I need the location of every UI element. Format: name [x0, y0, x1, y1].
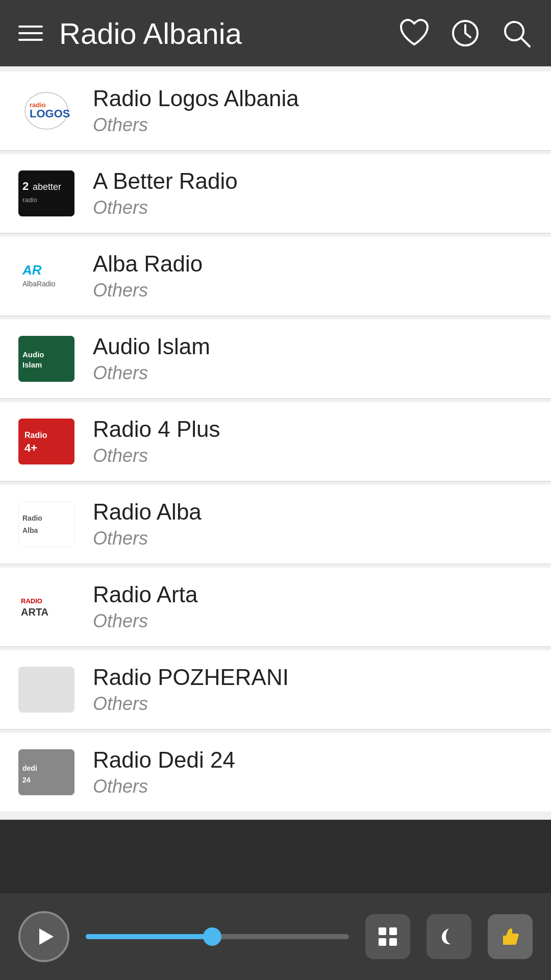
- station-name: Radio POZHERANI: [93, 665, 289, 690]
- svg-text:AR: AR: [22, 262, 42, 278]
- station-name: Audio Islam: [93, 334, 210, 359]
- station-logo: dedi 24: [18, 749, 74, 795]
- station-category: Others: [93, 280, 203, 301]
- svg-text:Radio: Radio: [24, 431, 47, 439]
- svg-rect-7: [18, 170, 74, 216]
- list-item[interactable]: Radio POZHERANI Others: [0, 650, 551, 730]
- progress-bar[interactable]: [86, 934, 349, 939]
- station-logo: AR AlbaRadio: [18, 253, 74, 299]
- svg-text:LOGOS: LOGOS: [30, 107, 70, 120]
- progress-fill: [86, 934, 212, 939]
- like-button[interactable]: [488, 914, 533, 959]
- svg-text:Radio: Radio: [22, 514, 42, 522]
- station-logo: radio LOGOS: [18, 88, 74, 134]
- station-name: Radio Logos Albania: [93, 86, 299, 111]
- station-name: A Better Radio: [93, 168, 238, 194]
- station-logo: RADIO ARTA: [18, 584, 74, 630]
- night-mode-icon: [438, 925, 460, 948]
- svg-text:4+: 4+: [24, 442, 37, 454]
- station-info: Radio Dedi 24 Others: [93, 747, 235, 797]
- thumb-up-icon: [499, 925, 521, 948]
- favorite-icon[interactable]: [398, 17, 431, 50]
- page-title: Radio Albania: [59, 16, 242, 51]
- list-item[interactable]: RADIO ARTA Radio Arta Others: [0, 568, 551, 647]
- grid-icon: [377, 925, 399, 948]
- svg-text:24: 24: [22, 776, 31, 784]
- app-header: Radio Albania: [0, 0, 551, 66]
- svg-rect-14: [18, 336, 74, 382]
- history-icon[interactable]: [449, 17, 482, 50]
- svg-line-2: [521, 38, 530, 46]
- night-mode-button[interactable]: [427, 914, 471, 959]
- progress-thumb: [203, 927, 221, 946]
- station-logo: Radio Alba: [18, 501, 74, 547]
- list-item[interactable]: Audio Islam Audio Islam Others: [0, 320, 551, 399]
- station-logo: Audio Islam: [18, 336, 74, 382]
- station-info: Radio 4 Plus Others: [93, 416, 220, 467]
- list-item[interactable]: radio LOGOS Radio Logos Albania Others: [0, 71, 551, 151]
- station-name: Alba Radio: [93, 251, 203, 277]
- station-info: Alba Radio Others: [93, 251, 203, 301]
- svg-text:radio: radio: [22, 196, 37, 204]
- svg-text:abetter: abetter: [33, 182, 61, 192]
- station-info: Radio Arta Others: [93, 582, 197, 632]
- svg-rect-26: [18, 749, 74, 795]
- station-category: Others: [93, 445, 220, 467]
- svg-text:RADIO: RADIO: [21, 597, 42, 605]
- station-name: Radio Arta: [93, 582, 197, 607]
- svg-rect-33: [389, 938, 397, 946]
- station-category: Others: [93, 528, 202, 549]
- station-info: A Better Radio Others: [93, 168, 238, 218]
- station-name: Radio 4 Plus: [93, 416, 220, 442]
- grid-button[interactable]: [365, 914, 410, 959]
- station-logo: 2 abetter radio: [18, 170, 74, 216]
- list-item[interactable]: 2 abetter radio A Better Radio Others: [0, 154, 551, 234]
- progress-track: [86, 934, 349, 939]
- station-category: Others: [93, 610, 197, 632]
- station-category: Others: [93, 197, 238, 218]
- station-category: Others: [93, 114, 299, 136]
- list-item[interactable]: Radio 4+ Radio 4 Plus Others: [0, 402, 551, 482]
- station-logo: [18, 667, 74, 713]
- station-logo: Radio 4+: [18, 419, 74, 464]
- station-category: Others: [93, 693, 289, 715]
- svg-text:Islam: Islam: [22, 360, 42, 369]
- svg-rect-31: [389, 927, 397, 935]
- station-info: Radio Alba Others: [93, 499, 202, 549]
- header-left: Radio Albania: [18, 16, 242, 51]
- svg-text:2: 2: [22, 180, 29, 192]
- menu-button[interactable]: [18, 26, 43, 41]
- svg-rect-20: [18, 501, 74, 547]
- svg-rect-32: [379, 938, 386, 946]
- station-category: Others: [93, 362, 210, 384]
- search-icon[interactable]: [500, 17, 533, 50]
- station-category: Others: [93, 776, 235, 797]
- list-item[interactable]: AR AlbaRadio Alba Radio Others: [0, 237, 551, 316]
- station-name: Radio Dedi 24: [93, 747, 235, 773]
- svg-text:AlbaRadio: AlbaRadio: [22, 280, 56, 288]
- svg-marker-29: [39, 928, 54, 945]
- station-name: Radio Alba: [93, 499, 202, 525]
- header-icons: [398, 17, 533, 50]
- svg-text:dedi: dedi: [22, 764, 37, 772]
- station-info: Radio POZHERANI Others: [93, 665, 289, 715]
- list-item[interactable]: dedi 24 Radio Dedi 24 Others: [0, 733, 551, 812]
- svg-text:Alba: Alba: [22, 526, 38, 534]
- station-info: Radio Logos Albania Others: [93, 86, 299, 136]
- svg-text:ARTA: ARTA: [21, 606, 48, 618]
- list-item[interactable]: Radio Alba Radio Alba Others: [0, 485, 551, 565]
- svg-text:Audio: Audio: [22, 350, 44, 359]
- svg-rect-30: [379, 927, 386, 935]
- station-list: radio LOGOS Radio Logos Albania Others 2…: [0, 66, 551, 820]
- station-info: Audio Islam Others: [93, 334, 210, 384]
- play-button[interactable]: [18, 911, 69, 962]
- bottom-player: [0, 893, 551, 980]
